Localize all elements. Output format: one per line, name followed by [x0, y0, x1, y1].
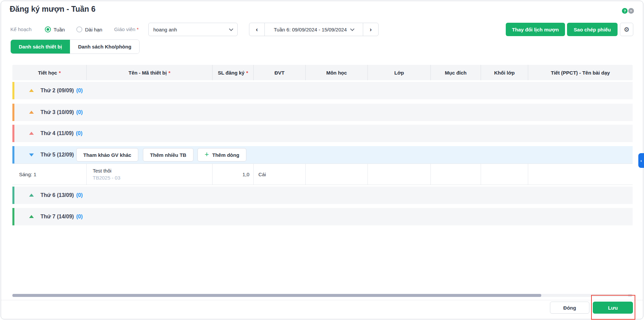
- cell-subject[interactable]: [305, 164, 368, 185]
- collapse-down-icon[interactable]: [29, 153, 34, 156]
- change-schedule-button[interactable]: Thay đổi lịch mượn: [506, 23, 565, 36]
- teacher-select-value: hoang anh: [153, 27, 177, 32]
- day-accent-bar: [12, 82, 14, 99]
- device-row: Sáng: 1 Test thôi TB2025 - 03 1,0 Cái: [12, 164, 633, 185]
- day-group-thu2[interactable]: Thứ 2 (09/09)(0): [12, 82, 633, 99]
- day-accent-bar: [12, 104, 14, 121]
- horizontal-scrollbar-thumb[interactable]: [12, 294, 541, 297]
- add-many-devices-button[interactable]: Thêm nhiều TB: [143, 148, 193, 162]
- page-title: Đăng ký mượn - Tuần 6: [10, 5, 95, 14]
- settings-button[interactable]: ⚙: [620, 23, 633, 36]
- cell-class[interactable]: [368, 164, 430, 185]
- consult-other-teachers-button[interactable]: Tham khảo GV khác: [76, 148, 138, 162]
- gear-icon: ⚙: [624, 26, 629, 33]
- week-navigator: ‹ Tuần 6: 09/09/2024 - 15/09/2024 ›: [249, 23, 379, 36]
- day-group-thu7[interactable]: Thứ 7 (14/09)(0): [12, 208, 633, 225]
- day-group-label: Thứ 7 (14/09): [41, 214, 74, 220]
- radio-week[interactable]: Tuần: [45, 23, 65, 36]
- day-group-count: (0): [76, 214, 83, 220]
- day-accent-bar: [12, 208, 14, 225]
- col-muc-dich: Mục đích: [430, 65, 481, 80]
- teacher-label: Giáo viên*: [114, 23, 139, 36]
- tab-device-list[interactable]: Danh sách thiết bị: [11, 40, 70, 54]
- footer-divider: [1, 300, 643, 300]
- device-name: Test thôi: [93, 168, 111, 174]
- device-code: TB2025 - 03: [93, 175, 120, 181]
- add-row-button[interactable]: + Thêm dòng: [197, 148, 246, 162]
- col-sl-dang-ky: SL đăng ký*: [212, 65, 253, 80]
- collapse-up-icon[interactable]: [29, 89, 34, 92]
- help-icon[interactable]: ?: [622, 8, 628, 14]
- day-group-thu3[interactable]: Thứ 3 (10/09)(0): [12, 104, 633, 121]
- copy-ticket-button[interactable]: Sao chép phiếu: [567, 23, 618, 36]
- cell-grade[interactable]: [481, 164, 528, 185]
- required-asterisk: *: [59, 70, 61, 76]
- col-dvt: ĐVT: [253, 65, 305, 80]
- day-group-thu5[interactable]: Thứ 5 (12/09)(1) Tham khảo GV khác Thêm …: [12, 146, 633, 164]
- red-highlight-annotation: [591, 295, 635, 320]
- day-group-label: Thứ 3 (10/09): [41, 109, 74, 115]
- chevron-down-icon: [229, 27, 233, 31]
- tab-warehouse-list[interactable]: Danh sách Kho/phòng: [70, 40, 139, 54]
- day-accent-bar: [12, 125, 14, 142]
- tab-bar: Danh sách thiết bị Danh sách Kho/phòng: [10, 39, 140, 54]
- day-group-label: Thứ 6 (13/09): [41, 192, 74, 198]
- day-group-label: Thứ 4 (11/09): [41, 130, 74, 136]
- collapse-up-icon[interactable]: [29, 215, 34, 218]
- cell-lesson[interactable]: [528, 164, 633, 185]
- col-khoi-lop: Khối lớp: [481, 65, 528, 80]
- day-accent-bar: [12, 187, 14, 204]
- required-asterisk: *: [168, 70, 170, 76]
- day-group-count: (0): [76, 109, 83, 115]
- week-select[interactable]: Tuần 6: 09/09/2024 - 15/09/2024: [265, 23, 363, 36]
- plan-label: Kế hoạch: [10, 23, 31, 36]
- day-accent-bar: [12, 146, 14, 164]
- col-tiet-hoc: Tiết học*: [12, 65, 86, 80]
- radio-longterm-label: Dài hạn: [85, 27, 102, 32]
- next-week-button[interactable]: ›: [363, 23, 378, 36]
- week-select-value: Tuần 6: 09/09/2024 - 15/09/2024: [274, 27, 347, 32]
- required-asterisk: *: [137, 26, 139, 32]
- day-group-thu4[interactable]: Thứ 4 (11/09)(0): [12, 125, 633, 142]
- cell-quantity[interactable]: 1,0: [212, 164, 253, 185]
- collapse-up-icon[interactable]: [29, 111, 34, 114]
- day-group-label: Thứ 2 (09/09): [41, 88, 74, 94]
- col-lop: Lớp: [368, 65, 430, 80]
- day-group-label: Thứ 5 (12/09): [41, 152, 74, 158]
- radio-unselected-icon: [76, 26, 82, 32]
- collapse-up-icon[interactable]: [29, 194, 34, 197]
- day-group-count: (0): [76, 192, 83, 198]
- plus-icon: +: [205, 151, 209, 158]
- close-icon[interactable]: ✕: [628, 8, 634, 14]
- radio-longterm[interactable]: Dài hạn: [76, 23, 102, 36]
- col-tiet-ppct: Tiết (PPCT) - Tên bài dạy: [528, 65, 633, 80]
- teacher-select[interactable]: hoang anh: [148, 23, 238, 36]
- cell-purpose[interactable]: [430, 164, 481, 185]
- prev-week-button[interactable]: ‹: [249, 23, 265, 36]
- radio-week-label: Tuần: [54, 27, 65, 32]
- cell-unit[interactable]: Cái: [253, 164, 305, 185]
- cell-device[interactable]: Test thôi TB2025 - 03: [86, 164, 212, 185]
- col-mon-hoc: Môn học: [305, 65, 368, 80]
- side-panel-toggle[interactable]: ‹: [638, 153, 644, 168]
- day-group-count: (0): [76, 130, 83, 136]
- required-asterisk: *: [246, 70, 248, 76]
- chevron-down-icon: [350, 27, 354, 31]
- day-group-count: (0): [76, 88, 83, 94]
- horizontal-scrollbar-track[interactable]: [12, 294, 633, 297]
- close-button[interactable]: Đóng: [550, 302, 589, 314]
- cell-tiet-hoc[interactable]: Sáng: 1: [12, 164, 86, 185]
- day-group-thu6[interactable]: Thứ 6 (13/09)(0): [12, 187, 633, 204]
- radio-selected-icon: [45, 26, 51, 32]
- table-header: Tiết học* Tên - Mã thiết bị* SL đăng ký*…: [12, 65, 633, 80]
- collapse-up-icon[interactable]: [29, 132, 34, 135]
- chevron-left-icon: ‹: [640, 158, 642, 163]
- col-ten-ma-thiet-bi: Tên - Mã thiết bị*: [86, 65, 212, 80]
